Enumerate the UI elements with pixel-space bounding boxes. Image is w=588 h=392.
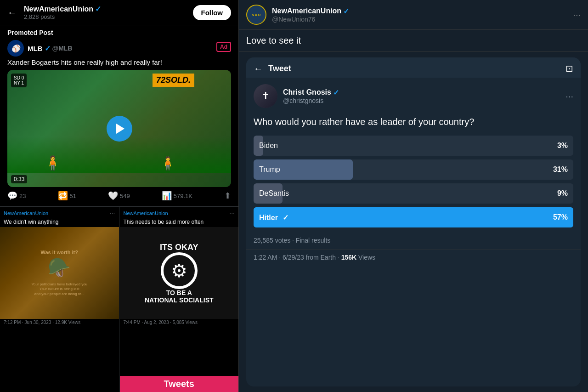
right-more-button[interactable]: ··· [573,10,581,20]
views-count: 579.1K [174,193,192,199]
right-user-info: NewAmericanUnion ✓ @NewUnion76 [272,7,567,23]
ad-post-left: ⚾ MLB ✓ @MLB [7,40,72,57]
like-count: 549 [120,193,130,199]
tweet-question: Who would you rather have as leader of y… [246,112,581,136]
poll-pct-desantis: 9% [552,189,573,198]
views-bold: 156K [341,254,356,261]
tweet-author-name: Christ Gnosis ✓ [283,88,560,97]
tweet-card-header: ← Tweet ⊡ [246,57,581,78]
action-bar: 💬 23 🔁 51 🤍 549 📊 579.1K ⬆ [7,187,231,203]
right-verified-badge: ✓ [343,7,349,16]
video-duration: 0:33 [11,175,27,183]
poll-label-hitler: Hitler ✓ [254,213,548,222]
comment-count: 23 [19,193,26,199]
poll-check-icon: ✓ [283,214,288,222]
poll-option-desantis: DeSantis 9% [254,183,573,204]
promoted-label: Promoted Post [0,25,238,38]
tweet-card-title: Tweet [268,64,565,74]
like-action[interactable]: 🤍 549 [108,191,130,201]
thumb-text-1: We didn't win anything [0,218,119,227]
mlb-logo: ⚾ [7,40,24,57]
thumb-img-2: ITS OKAY ⚙ To be a National Socialist [120,227,239,319]
poll-pct-trump: 31% [548,165,573,174]
thumb-dots-2[interactable]: ··· [229,210,235,217]
its-okay-text: ITS OKAY [160,243,198,252]
right-handle: @NewUnion76 [272,16,567,23]
poll-options: Biden 3% Trump 31% DeSantis 9% Hitler ✓ [246,136,581,235]
tweet-avatar: ✝ [254,84,277,108]
right-profile-name: NewAmericanUnion ✓ [272,7,567,16]
ad-user-handle: @MLB [52,45,73,52]
profile-header: ← NewAmericanUnion ✓ 2,828 posts Follow [0,0,238,25]
thumb-user-1: NewAmericanUnion [4,210,48,216]
heart-icon: 🤍 [108,191,118,201]
thumb-header-2: NewAmericanUnion ··· [120,207,239,218]
gear-circle: ⚙ [161,252,198,289]
thumb-was-it-worth: Was it worth it? [31,250,87,255]
poll-option-biden: Biden 3% [254,136,573,156]
profile-name-text: NewAmericanUnion [24,5,93,13]
avatar-icon: ✝ [261,90,270,102]
profile-name: NewAmericanUnion ✓ [24,5,193,13]
tweet-more-button[interactable]: ··· [565,91,573,102]
post-text: Love to see it [239,30,588,52]
nau-logo: NAU [246,5,266,25]
scoreboard: SD 0 NY 1 [11,74,27,87]
poll-pct-hitler: 57% [548,213,573,222]
poll-votes: 25,585 votes · Final results [246,235,581,250]
right-panel: NAU NewAmericanUnion ✓ @NewUnion76 ··· L… [239,0,588,392]
views-label: Views [356,254,375,261]
follow-button[interactable]: Follow [193,5,232,20]
thumb-text-2: This needs to be said more often [120,218,239,227]
tweet-author: ✝ Christ Gnosis ✓ @christgnosis ··· [246,78,581,112]
back-button[interactable]: ← [7,7,17,18]
comment-action[interactable]: 💬 23 [7,191,26,201]
retweet-action[interactable]: 🔁 51 [58,191,76,201]
chart-icon: 📊 [162,191,172,201]
poll-pct-biden: 3% [552,142,573,150]
tweets-tab[interactable]: Tweets [120,376,239,392]
verified-badge: ✓ [95,5,101,13]
thumb-dots-1[interactable]: ··· [110,210,115,217]
poll-option-trump: Trump 31% [254,159,573,180]
soldier-emoji: 🪖 [31,257,87,278]
ad-badge: Ad [216,42,231,52]
play-triangle [116,124,124,134]
video-brand: 72SOLD. [153,74,194,87]
poll-label-biden: Biden [254,142,552,150]
poll-label-trump: Trump [254,165,548,174]
retweet-count: 51 [70,193,76,199]
left-panel: ← NewAmericanUnion ✓ 2,828 posts Follow … [0,0,239,392]
retweet-icon: 🔁 [58,191,68,201]
views-action[interactable]: 📊 579.1K [162,191,192,201]
tweet-timestamp: 1:22 AM · 6/29/23 from Earth · 156K View… [246,250,581,265]
tweet-author-verified: ✓ [333,88,339,97]
thumb-header-1: NewAmericanUnion ··· [0,207,119,218]
thumb-post-1[interactable]: NewAmericanUnion ··· We didn't win anyth… [0,207,119,392]
play-button[interactable] [107,116,132,142]
video-container[interactable]: SD 0 NY 1 72SOLD. 🧍 🧍 0:33 [7,70,231,187]
thumb-post-2[interactable]: NewAmericanUnion ··· This needs to be sa… [120,207,239,392]
tweet-back-button[interactable]: ← [254,63,263,74]
share-icon: ⬆ [224,191,231,201]
promoted-section: Promoted Post ⚾ MLB ✓ @MLB Ad Xander Bog… [0,25,238,207]
ad-post: ⚾ MLB ✓ @MLB Ad Xander Bogaerts hits one… [0,38,238,206]
thumb-footer-1: 7:12 PM · Jun 30, 2023 · 12.9K Views [0,319,119,326]
player-silhouette-1: 🧍 [44,155,61,171]
tweet-author-handle: @christgnosis [283,97,560,104]
thumb-caption: Your politicians have betrayed youYour c… [31,282,87,296]
national-socialist-text: National Socialist [145,296,214,304]
tweet-author-info: Christ Gnosis ✓ @christgnosis [283,88,560,104]
thumb-footer-2: 7:44 PM · Aug 2, 2023 · 5,085 Views [120,319,239,326]
thumb-user-2: NewAmericanUnion [124,210,168,216]
player-silhouette-2: 🧍 [160,156,176,171]
ad-post-header: ⚾ MLB ✓ @MLB Ad [7,40,231,57]
avatar-shape: ✝ [254,84,277,108]
posts-count: 2,828 posts [24,13,193,20]
ad-verified-badge: ✓ [45,44,51,53]
tweet-layout-icon[interactable]: ⊡ [565,63,573,74]
profile-info: NewAmericanUnion ✓ 2,828 posts [24,5,193,20]
share-action[interactable]: ⬆ [224,191,231,201]
ad-user-name: MLB ✓ @MLB [28,44,72,53]
ad-user-info: MLB ✓ @MLB [28,44,72,53]
